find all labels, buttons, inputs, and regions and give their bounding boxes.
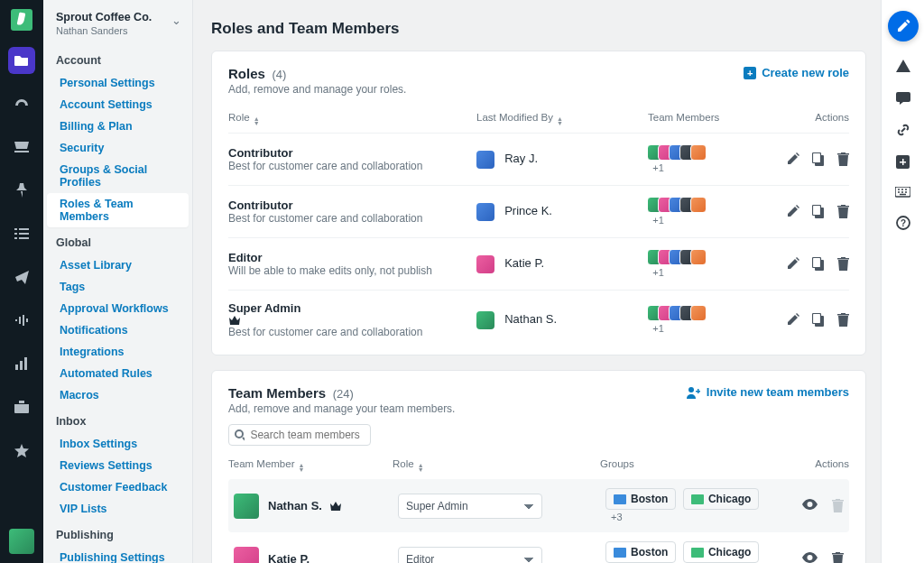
duplicate-icon[interactable] — [812, 205, 825, 218]
rail-item-feeds[interactable] — [8, 220, 35, 247]
role-select[interactable]: Editor — [398, 547, 542, 564]
sidebar-item[interactable]: Approval Workflows — [47, 298, 189, 319]
keyboard-icon[interactable] — [895, 187, 910, 198]
paper-plane-icon — [15, 271, 29, 284]
view-icon[interactable] — [802, 499, 818, 512]
sidebar-item[interactable]: Macros — [47, 384, 189, 406]
folder-icon — [614, 548, 626, 558]
sidebar-item[interactable]: Inbox Settings — [47, 433, 189, 455]
sidebar-item[interactable]: Publishing Settings — [47, 547, 189, 563]
search-input[interactable] — [250, 429, 365, 441]
col-modified[interactable]: Last Modified By▲▼ — [476, 112, 648, 125]
edit-icon[interactable] — [787, 313, 799, 327]
col-role[interactable]: Role▲▼ — [228, 112, 476, 125]
search-team-members[interactable] — [228, 424, 371, 446]
rail-item-reports[interactable] — [8, 350, 35, 377]
page-title: Roles and Team Members — [211, 20, 866, 38]
sidebar-item[interactable]: Automated Rules — [47, 363, 189, 384]
delete-icon[interactable] — [837, 152, 849, 166]
avatar — [690, 144, 707, 161]
team-member-row: Nathan S. Super Admin Boston Chicago +3 — [228, 479, 849, 532]
team-members-card: Team Members (24) Add, remove and manage… — [211, 370, 866, 563]
avatar — [690, 249, 707, 265]
link-icon[interactable] — [896, 123, 910, 137]
sidebar-item[interactable]: Customer Feedback — [47, 476, 189, 498]
chat-icon[interactable] — [896, 91, 910, 105]
inbox-icon — [14, 142, 29, 152]
team-member-row: Katie P. Editor Boston Chicago +3 — [228, 532, 849, 563]
sidebar-item[interactable]: Security — [47, 137, 189, 159]
sprout-logo-icon — [11, 9, 32, 31]
modified-by: Prince K. — [476, 203, 648, 221]
view-icon[interactable] — [802, 552, 818, 563]
role-row: Super Admin Best for customer care and c… — [228, 290, 849, 349]
org-name: Sprout Coffee Co. — [56, 11, 180, 23]
gauge-icon — [14, 97, 29, 111]
help-icon[interactable]: ? — [896, 216, 910, 230]
avatar — [690, 305, 707, 321]
folder-icon — [614, 494, 626, 504]
sidebar-item[interactable]: Asset Library — [47, 254, 189, 276]
delete-icon[interactable] — [837, 313, 849, 327]
roles-card-title: Roles — [228, 66, 265, 81]
col-actions: Actions — [788, 112, 849, 125]
rail-item-listening[interactable] — [8, 307, 35, 334]
crown-icon — [228, 315, 476, 326]
edit-icon[interactable] — [787, 205, 799, 218]
role-name: Super Admin — [228, 301, 476, 326]
col-team-member[interactable]: Team Member▲▼ — [228, 458, 393, 472]
rail-item-reviews[interactable] — [8, 437, 35, 464]
create-role-button[interactable]: + Create new role — [744, 66, 849, 79]
pin-icon — [15, 183, 28, 198]
soundwave-icon — [14, 315, 29, 326]
delete-icon[interactable] — [837, 257, 849, 271]
rail-item-tools[interactable] — [8, 393, 35, 420]
member-name: Nathan S. — [268, 499, 322, 512]
compose-icon — [896, 19, 910, 33]
sidebar-item[interactable]: Notifications — [47, 319, 189, 341]
duplicate-icon[interactable] — [812, 313, 825, 327]
rail-item-dashboard[interactable] — [8, 90, 35, 117]
group-chip-boston[interactable]: Boston — [605, 541, 676, 563]
role-select[interactable]: Super Admin — [398, 494, 542, 519]
col-members: Team Members — [648, 112, 788, 125]
role-row: Contributor Best for customer care and c… — [228, 133, 849, 185]
search-icon — [235, 429, 245, 441]
alert-icon[interactable] — [896, 60, 910, 73]
sidebar-item[interactable]: Reviews Settings — [47, 455, 189, 476]
rail-item-publishing[interactable] — [8, 263, 35, 291]
delete-icon[interactable] — [837, 205, 849, 218]
rail-user-avatar[interactable] — [9, 529, 34, 554]
duplicate-icon[interactable] — [812, 152, 825, 166]
col-role[interactable]: Role▲▼ — [393, 458, 600, 472]
edit-icon[interactable] — [787, 152, 799, 166]
rail-item-compose[interactable] — [8, 47, 35, 74]
sidebar-item[interactable]: Account Settings — [47, 94, 189, 115]
group-chip-chicago[interactable]: Chicago — [683, 541, 759, 563]
delete-icon[interactable] — [832, 552, 844, 563]
sidebar-item[interactable]: Personal Settings — [47, 72, 189, 94]
sidebar-item[interactable]: Billing & Plan — [47, 115, 189, 137]
roles-card: Roles (4) Add, remove and manage your ro… — [211, 51, 866, 355]
svg-text:?: ? — [900, 218, 905, 228]
rail-item-inbox[interactable] — [8, 134, 35, 161]
folder-icon — [691, 548, 704, 558]
group-chip-chicago[interactable]: Chicago — [683, 488, 759, 510]
duplicate-icon[interactable] — [812, 257, 825, 271]
rail-item-pin[interactable] — [8, 177, 35, 204]
invite-members-button[interactable]: Invite new team members — [687, 385, 849, 399]
sidebar-section-publishing: Publishing — [43, 520, 192, 547]
add-icon[interactable] — [896, 155, 910, 169]
sidebar-item[interactable]: VIP Lists — [47, 498, 189, 520]
sidebar-item[interactable]: Integrations — [47, 341, 189, 363]
org-switcher[interactable]: Sprout Coffee Co. Nathan Sanders ⌄ — [43, 0, 192, 45]
sidebar-item[interactable]: Tags — [47, 276, 189, 298]
list-icon — [14, 228, 29, 239]
edit-icon[interactable] — [787, 257, 799, 271]
sidebar-item[interactable]: Roles & Team Members — [47, 193, 189, 227]
team-members-col: +1 — [647, 197, 787, 226]
compose-button[interactable] — [888, 11, 919, 42]
sidebar-item[interactable]: Groups & Social Profiles — [47, 159, 189, 193]
group-chip-boston[interactable]: Boston — [605, 488, 676, 510]
modified-by: Ray J. — [476, 151, 648, 169]
